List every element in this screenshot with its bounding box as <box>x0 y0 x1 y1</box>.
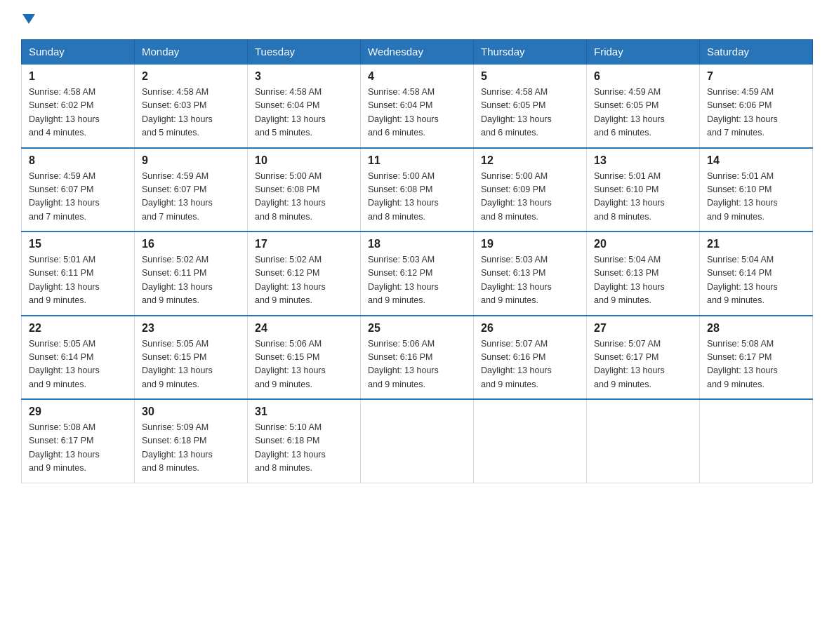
day-info: Sunrise: 5:05 AMSunset: 6:15 PMDaylight:… <box>142 337 240 392</box>
calendar-week-4: 22Sunrise: 5:05 AMSunset: 6:14 PMDayligh… <box>22 316 813 400</box>
calendar-cell: 18Sunrise: 5:03 AMSunset: 6:12 PMDayligh… <box>361 232 474 316</box>
calendar-cell: 25Sunrise: 5:06 AMSunset: 6:16 PMDayligh… <box>361 316 474 400</box>
day-info: Sunrise: 4:58 AMSunset: 6:03 PMDaylight:… <box>142 86 240 140</box>
day-number: 7 <box>707 70 805 83</box>
day-number: 19 <box>481 238 579 250</box>
calendar-week-5: 29Sunrise: 5:08 AMSunset: 6:17 PMDayligh… <box>22 399 813 483</box>
day-number: 2 <box>142 70 240 83</box>
day-number: 10 <box>255 154 353 167</box>
day-info: Sunrise: 5:04 AMSunset: 6:14 PMDaylight:… <box>707 253 805 308</box>
calendar-week-1: 1Sunrise: 4:58 AMSunset: 6:02 PMDaylight… <box>22 64 813 148</box>
day-number: 26 <box>481 322 579 335</box>
day-number: 3 <box>255 70 353 83</box>
day-number: 25 <box>368 322 466 335</box>
calendar-cell <box>587 399 700 483</box>
day-info: Sunrise: 5:00 AMSunset: 6:08 PMDaylight:… <box>368 170 466 224</box>
day-info: Sunrise: 4:59 AMSunset: 6:06 PMDaylight:… <box>707 86 805 140</box>
calendar-cell: 3Sunrise: 4:58 AMSunset: 6:04 PMDaylight… <box>248 64 361 148</box>
day-number: 14 <box>707 154 805 167</box>
day-number: 15 <box>29 238 127 250</box>
day-number: 22 <box>29 322 127 335</box>
calendar-cell: 30Sunrise: 5:09 AMSunset: 6:18 PMDayligh… <box>135 399 248 483</box>
day-info: Sunrise: 5:04 AMSunset: 6:13 PMDaylight:… <box>594 253 692 308</box>
calendar-cell: 11Sunrise: 5:00 AMSunset: 6:08 PMDayligh… <box>361 148 474 232</box>
calendar-cell: 8Sunrise: 4:59 AMSunset: 6:07 PMDaylight… <box>22 148 135 232</box>
header-thursday: Thursday <box>474 40 587 65</box>
calendar-cell: 21Sunrise: 5:04 AMSunset: 6:14 PMDayligh… <box>700 232 813 316</box>
day-number: 30 <box>142 405 240 418</box>
calendar-cell: 28Sunrise: 5:08 AMSunset: 6:17 PMDayligh… <box>700 316 813 400</box>
day-number: 27 <box>594 322 692 335</box>
day-number: 4 <box>368 70 466 83</box>
header-sunday: Sunday <box>22 40 135 65</box>
calendar-cell: 20Sunrise: 5:04 AMSunset: 6:13 PMDayligh… <box>587 232 700 316</box>
day-number: 5 <box>481 70 579 83</box>
calendar-cell: 17Sunrise: 5:02 AMSunset: 6:12 PMDayligh… <box>248 232 361 316</box>
calendar-cell <box>361 399 474 483</box>
day-info: Sunrise: 5:02 AMSunset: 6:12 PMDaylight:… <box>255 253 353 308</box>
calendar-week-3: 15Sunrise: 5:01 AMSunset: 6:11 PMDayligh… <box>22 232 813 316</box>
day-info: Sunrise: 5:09 AMSunset: 6:18 PMDaylight:… <box>142 421 240 476</box>
day-info: Sunrise: 4:58 AMSunset: 6:02 PMDaylight:… <box>29 86 127 140</box>
day-number: 9 <box>142 154 240 167</box>
calendar-cell <box>700 399 813 483</box>
calendar-cell: 31Sunrise: 5:10 AMSunset: 6:18 PMDayligh… <box>248 399 361 483</box>
day-info: Sunrise: 5:00 AMSunset: 6:08 PMDaylight:… <box>255 170 353 224</box>
calendar-cell: 22Sunrise: 5:05 AMSunset: 6:14 PMDayligh… <box>22 316 135 400</box>
day-info: Sunrise: 5:08 AMSunset: 6:17 PMDaylight:… <box>707 337 805 392</box>
page-header <box>21 17 813 27</box>
calendar-cell: 14Sunrise: 5:01 AMSunset: 6:10 PMDayligh… <box>700 148 813 232</box>
calendar-cell: 2Sunrise: 4:58 AMSunset: 6:03 PMDaylight… <box>135 64 248 148</box>
header-saturday: Saturday <box>700 40 813 65</box>
header-friday: Friday <box>587 40 700 65</box>
calendar-cell: 1Sunrise: 4:58 AMSunset: 6:02 PMDaylight… <box>22 64 135 148</box>
day-number: 28 <box>707 322 805 335</box>
day-info: Sunrise: 4:58 AMSunset: 6:04 PMDaylight:… <box>255 86 353 140</box>
calendar-week-2: 8Sunrise: 4:59 AMSunset: 6:07 PMDaylight… <box>22 148 813 232</box>
day-number: 6 <box>594 70 692 83</box>
day-info: Sunrise: 5:01 AMSunset: 6:10 PMDaylight:… <box>707 170 805 224</box>
day-number: 31 <box>255 405 353 418</box>
day-info: Sunrise: 5:02 AMSunset: 6:11 PMDaylight:… <box>142 253 240 308</box>
calendar-cell: 19Sunrise: 5:03 AMSunset: 6:13 PMDayligh… <box>474 232 587 316</box>
calendar-cell <box>474 399 587 483</box>
day-number: 20 <box>594 238 692 250</box>
logo-triangle-icon <box>22 14 35 24</box>
calendar-table: SundayMondayTuesdayWednesdayThursdayFrid… <box>21 39 813 483</box>
day-info: Sunrise: 5:01 AMSunset: 6:10 PMDaylight:… <box>594 170 692 224</box>
day-info: Sunrise: 5:01 AMSunset: 6:11 PMDaylight:… <box>29 253 127 308</box>
calendar-cell: 4Sunrise: 4:58 AMSunset: 6:04 PMDaylight… <box>361 64 474 148</box>
day-number: 13 <box>594 154 692 167</box>
day-info: Sunrise: 5:03 AMSunset: 6:12 PMDaylight:… <box>368 253 466 308</box>
calendar-header-row: SundayMondayTuesdayWednesdayThursdayFrid… <box>22 40 813 65</box>
day-info: Sunrise: 5:08 AMSunset: 6:17 PMDaylight:… <box>29 421 127 476</box>
calendar-cell: 12Sunrise: 5:00 AMSunset: 6:09 PMDayligh… <box>474 148 587 232</box>
day-info: Sunrise: 4:59 AMSunset: 6:07 PMDaylight:… <box>29 170 127 224</box>
day-number: 24 <box>255 322 353 335</box>
day-number: 21 <box>707 238 805 250</box>
day-info: Sunrise: 5:03 AMSunset: 6:13 PMDaylight:… <box>481 253 579 308</box>
calendar-cell: 15Sunrise: 5:01 AMSunset: 6:11 PMDayligh… <box>22 232 135 316</box>
day-info: Sunrise: 5:00 AMSunset: 6:09 PMDaylight:… <box>481 170 579 224</box>
day-number: 18 <box>368 238 466 250</box>
day-info: Sunrise: 4:58 AMSunset: 6:04 PMDaylight:… <box>368 86 466 140</box>
day-info: Sunrise: 4:58 AMSunset: 6:05 PMDaylight:… <box>481 86 579 140</box>
day-number: 29 <box>29 405 127 418</box>
calendar-cell: 7Sunrise: 4:59 AMSunset: 6:06 PMDaylight… <box>700 64 813 148</box>
header-monday: Monday <box>135 40 248 65</box>
day-number: 11 <box>368 154 466 167</box>
calendar-cell: 13Sunrise: 5:01 AMSunset: 6:10 PMDayligh… <box>587 148 700 232</box>
calendar-cell: 10Sunrise: 5:00 AMSunset: 6:08 PMDayligh… <box>248 148 361 232</box>
day-info: Sunrise: 4:59 AMSunset: 6:05 PMDaylight:… <box>594 86 692 140</box>
calendar-cell: 6Sunrise: 4:59 AMSunset: 6:05 PMDaylight… <box>587 64 700 148</box>
day-info: Sunrise: 4:59 AMSunset: 6:07 PMDaylight:… <box>142 170 240 224</box>
calendar-cell: 27Sunrise: 5:07 AMSunset: 6:17 PMDayligh… <box>587 316 700 400</box>
header-tuesday: Tuesday <box>248 40 361 65</box>
day-number: 23 <box>142 322 240 335</box>
calendar-cell: 16Sunrise: 5:02 AMSunset: 6:11 PMDayligh… <box>135 232 248 316</box>
calendar-cell: 23Sunrise: 5:05 AMSunset: 6:15 PMDayligh… <box>135 316 248 400</box>
day-info: Sunrise: 5:05 AMSunset: 6:14 PMDaylight:… <box>29 337 127 392</box>
day-number: 16 <box>142 238 240 250</box>
calendar-cell: 29Sunrise: 5:08 AMSunset: 6:17 PMDayligh… <box>22 399 135 483</box>
logo <box>21 17 35 27</box>
